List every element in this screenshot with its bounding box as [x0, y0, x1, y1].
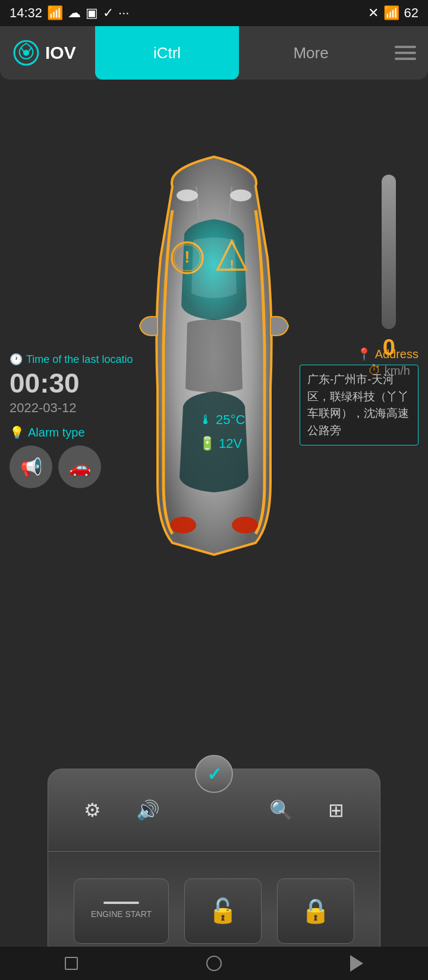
- left-panel: 🕐 Time of the last locatio 00:30 2022-03…: [10, 353, 133, 488]
- recent-apps-icon: [65, 957, 78, 970]
- status-time: 14:32: [10, 5, 42, 21]
- tab-ictrl[interactable]: iCtrl: [95, 26, 239, 80]
- sound-button[interactable]: 🔊: [136, 799, 160, 821]
- location-icon: 📍: [357, 347, 372, 361]
- alarm-sound-button[interactable]: 📢: [10, 445, 52, 488]
- date-value: 2022-03-12: [10, 400, 133, 416]
- svg-point-1: [23, 50, 29, 56]
- time-label: 🕐 Time of the last locatio: [10, 353, 133, 366]
- unlock-button[interactable]: 🔓: [184, 878, 262, 944]
- back-icon: [350, 955, 363, 972]
- wifi-icon: 📶: [383, 5, 399, 21]
- unlock-icon: 🔓: [208, 897, 238, 925]
- svg-point-6: [170, 517, 196, 533]
- svg-point-7: [232, 517, 258, 533]
- svg-text:🔋 12V: 🔋 12V: [199, 435, 243, 451]
- battery-level: 62: [404, 5, 418, 21]
- address-label: 📍 Address: [300, 347, 418, 361]
- search-button[interactable]: 🔍: [269, 799, 293, 821]
- logo-text: IOV: [45, 43, 76, 63]
- android-nav: [0, 947, 428, 980]
- signal-icon: 📶: [47, 5, 63, 21]
- main-content: 0 ⏱ km/h: [0, 80, 428, 757]
- clock-icon: 🕐: [10, 353, 23, 366]
- svg-line-2: [21, 48, 24, 52]
- lock-icon: 🔒: [301, 897, 331, 925]
- hamburger-icon: [395, 46, 416, 60]
- settings-button[interactable]: ⚙: [84, 799, 101, 821]
- nav-back-button[interactable]: [342, 949, 372, 978]
- grid-icon: ⊞: [328, 799, 344, 821]
- svg-line-3: [29, 48, 31, 52]
- svg-text:!: !: [184, 248, 190, 266]
- nav-tabs: iCtrl More: [95, 26, 383, 80]
- home-icon: [206, 956, 222, 971]
- square-icon: ▣: [86, 5, 98, 21]
- svg-text:🌡 25°C: 🌡 25°C: [199, 412, 245, 427]
- nav-home-button[interactable]: [199, 949, 229, 978]
- engine-line: [103, 902, 139, 904]
- engine-label: ENGINE START: [91, 909, 152, 919]
- logo-area: IOV: [0, 39, 95, 67]
- header: IOV iCtrl More: [0, 26, 428, 80]
- logo-icon: [12, 39, 40, 67]
- gear-icon: ⚙: [84, 799, 101, 821]
- alarm-label: 💡 Alarm type: [10, 425, 133, 440]
- status-right: ✕ 📶 62: [368, 5, 418, 21]
- svg-point-4: [177, 189, 198, 201]
- search-icon: 🔍: [269, 799, 293, 821]
- check-icon: ✓: [103, 5, 114, 21]
- cloud-icon: ☁: [68, 5, 81, 21]
- tab-more[interactable]: More: [239, 26, 383, 80]
- alarm-car-button[interactable]: 🚗: [58, 445, 101, 488]
- check-button[interactable]: ✓: [195, 755, 233, 793]
- address-text: 广东-广州市-天河区，联绿科技（丫丫车联网），沈海高速公路旁: [300, 365, 418, 445]
- status-bar: 14:32 📶 ☁ ▣ ✓ ··· ✕ 📶 62: [0, 0, 428, 26]
- status-left: 14:32 📶 ☁ ▣ ✓ ···: [10, 5, 129, 21]
- checkmark-icon: ✓: [207, 764, 222, 785]
- dots-icon: ···: [118, 5, 129, 21]
- grid-button[interactable]: ⊞: [328, 799, 344, 821]
- address-panel: 📍 Address 广东-广州市-天河区，联绿科技（丫丫车联网），沈海高速公路旁: [300, 347, 418, 445]
- key-top: ✓ ⚙ 🔊 🔍 ⊞: [48, 769, 380, 852]
- time-value: 00:30: [10, 369, 133, 397]
- nav-recent-button[interactable]: [56, 949, 86, 978]
- close-icon: ✕: [368, 5, 379, 21]
- speed-bar: [382, 175, 396, 329]
- menu-button[interactable]: [383, 46, 428, 60]
- svg-point-5: [230, 189, 251, 201]
- alarm-icon: 💡: [10, 425, 24, 440]
- alarm-icons: 📢 🚗: [10, 445, 133, 488]
- sound-icon: 🔊: [136, 799, 160, 821]
- lock-button[interactable]: 🔒: [277, 878, 354, 944]
- engine-start-button[interactable]: ENGINE START: [74, 878, 169, 944]
